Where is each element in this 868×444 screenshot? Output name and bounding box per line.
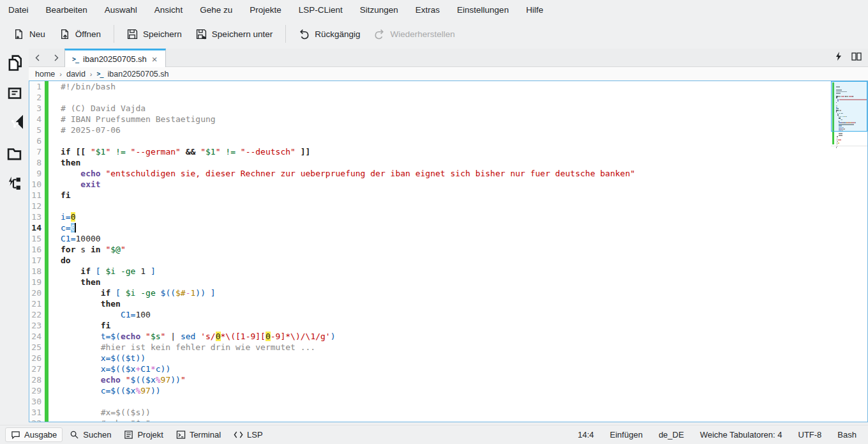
line-number[interactable]: 12 bbox=[29, 201, 41, 211]
code-line[interactable]: then bbox=[61, 298, 867, 309]
line-number[interactable]: 7 bbox=[29, 146, 41, 157]
code-line[interactable]: x=$(($x+C1*c)) bbox=[61, 364, 867, 374]
line-number[interactable]: 30 bbox=[29, 396, 41, 407]
encoding[interactable]: UTF-8 bbox=[798, 430, 822, 440]
line-number[interactable]: 20 bbox=[29, 287, 41, 298]
line-number[interactable]: 8 bbox=[29, 157, 41, 168]
statusbar-tool-projekt[interactable]: Projekt bbox=[118, 427, 168, 442]
line-number[interactable]: 9 bbox=[29, 168, 41, 179]
menu-item-lsp-client[interactable]: LSP-CLient bbox=[299, 5, 343, 15]
statusbar-tool-suchen[interactable]: Suchen bbox=[64, 427, 117, 442]
code-line[interactable]: if [[ "$1" != "--german" && "$1" != "--d… bbox=[61, 146, 867, 157]
dictionary[interactable]: de_DE bbox=[659, 430, 684, 440]
code-line[interactable]: #echo "$x" bbox=[61, 418, 867, 422]
tab-mode[interactable]: Weiche Tabulatoren: 4 bbox=[700, 430, 782, 440]
line-number[interactable]: 29 bbox=[29, 385, 41, 396]
line-number[interactable]: 21 bbox=[29, 298, 41, 309]
statusbar-tool-terminal[interactable]: Terminal bbox=[170, 427, 227, 442]
menu-item-gehe-zu[interactable]: Gehe zu bbox=[200, 5, 232, 15]
line-number[interactable]: 31 bbox=[29, 407, 41, 418]
code-line[interactable]: do bbox=[61, 255, 867, 266]
undo-button[interactable]: Rückgängig bbox=[292, 24, 367, 44]
code-line[interactable]: #hier ist kein fehler drin wie vermutet … bbox=[61, 342, 867, 353]
code-line[interactable]: fi bbox=[61, 190, 867, 201]
tab-iban20250705[interactable]: >_ iban20250705.sh × bbox=[64, 49, 166, 67]
code-editor[interactable]: 1234567891011121314151617181920212223242… bbox=[29, 80, 868, 422]
history-forward-button[interactable] bbox=[47, 49, 64, 66]
open-document-button[interactable]: Öffnen bbox=[52, 24, 108, 44]
code-line[interactable] bbox=[61, 396, 867, 407]
breadcrumb-item-david[interactable]: david bbox=[66, 70, 86, 79]
breadcrumb-file[interactable]: iban20250705.sh bbox=[108, 70, 169, 79]
symbols-list-icon[interactable] bbox=[6, 85, 23, 102]
syntax-mode[interactable]: Bash bbox=[837, 430, 857, 440]
menu-item-datei[interactable]: Datei bbox=[8, 5, 29, 15]
code-line[interactable]: c=$(($x%97)) bbox=[61, 385, 867, 396]
code-line[interactable]: exit bbox=[61, 179, 867, 190]
line-number[interactable]: 24 bbox=[29, 331, 41, 342]
code-line[interactable]: then bbox=[61, 277, 867, 287]
code-line[interactable]: if [ $i -ge 1 ] bbox=[61, 266, 867, 277]
menu-item-hilfe[interactable]: Hilfe bbox=[526, 5, 543, 15]
statusbar-tool-ausgabe[interactable]: Ausgabe bbox=[5, 427, 63, 442]
line-number[interactable]: 15 bbox=[29, 233, 41, 244]
line-number[interactable]: 5 bbox=[29, 125, 41, 135]
line-number[interactable]: 26 bbox=[29, 353, 41, 364]
menu-item-auswahl[interactable]: Auswahl bbox=[105, 5, 137, 15]
line-number[interactable]: 11 bbox=[29, 190, 41, 201]
line-number[interactable]: 2 bbox=[29, 92, 41, 103]
code-line[interactable]: C1=10000 bbox=[61, 233, 867, 244]
menu-item-projekte[interactable]: Projekte bbox=[250, 5, 281, 15]
line-number[interactable]: 16 bbox=[29, 244, 41, 255]
history-back-button[interactable] bbox=[29, 49, 47, 66]
line-number[interactable]: 32 bbox=[29, 418, 41, 422]
code-line[interactable] bbox=[61, 92, 867, 103]
code-line[interactable]: then bbox=[61, 157, 867, 168]
code-line[interactable]: #x=$(($s)) bbox=[61, 407, 867, 418]
code-line[interactable]: t=$(echo "$s" | sed 's/0*\([1-9][0-9]*\)… bbox=[61, 331, 867, 342]
external-tools-icon[interactable] bbox=[6, 175, 23, 192]
cursor-position[interactable]: 14:4 bbox=[578, 430, 594, 440]
line-number[interactable]: 13 bbox=[29, 211, 41, 222]
code-line[interactable] bbox=[61, 201, 867, 211]
documents-icon[interactable] bbox=[6, 55, 23, 72]
menu-item-bearbeiten[interactable]: Bearbeiten bbox=[46, 5, 87, 15]
split-view-icon[interactable] bbox=[851, 52, 862, 63]
line-number[interactable]: 1 bbox=[29, 81, 41, 92]
save-as-button[interactable]: Speichern unter bbox=[189, 24, 280, 44]
line-number[interactable]: 25 bbox=[29, 342, 41, 353]
line-number[interactable]: 14 bbox=[29, 222, 41, 233]
code-line[interactable] bbox=[61, 135, 867, 146]
line-number[interactable]: 22 bbox=[29, 309, 41, 320]
code-line[interactable]: x=$(($t)) bbox=[61, 353, 867, 364]
menu-item-ansicht[interactable]: Ansicht bbox=[154, 5, 183, 15]
line-number[interactable]: 3 bbox=[29, 103, 41, 114]
line-number[interactable]: 4 bbox=[29, 114, 41, 125]
redo-button[interactable]: Wiederherstellen bbox=[367, 24, 461, 44]
line-number[interactable]: 27 bbox=[29, 364, 41, 374]
code-text-area[interactable]: #!/bin/bash# (C) David Vajda# IBAN Pruef… bbox=[61, 81, 867, 422]
code-line[interactable]: c=0 bbox=[61, 222, 867, 233]
code-line[interactable]: fi bbox=[61, 320, 867, 331]
line-number[interactable]: 10 bbox=[29, 179, 41, 190]
line-number[interactable]: 18 bbox=[29, 266, 41, 277]
code-line[interactable]: for s in "$@" bbox=[61, 244, 867, 255]
breadcrumb-item-home[interactable]: home bbox=[35, 70, 55, 79]
code-line[interactable]: # 2025-07-06 bbox=[61, 125, 867, 135]
line-number[interactable]: 6 bbox=[29, 135, 41, 146]
statusbar-tool-lsp[interactable]: LSP bbox=[228, 427, 269, 442]
menu-item-sitzungen[interactable]: Sitzungen bbox=[360, 5, 398, 15]
code-line[interactable]: # (C) David Vajda bbox=[61, 103, 867, 114]
minimap-viewport[interactable] bbox=[831, 81, 867, 132]
new-document-button[interactable]: Neu bbox=[6, 24, 52, 44]
git-icon[interactable] bbox=[6, 115, 23, 132]
menu-item-einstellungen[interactable]: Einstellungen bbox=[457, 5, 509, 15]
menu-item-extras[interactable]: Extras bbox=[415, 5, 440, 15]
insert-mode[interactable]: Einfügen bbox=[610, 430, 643, 440]
line-number[interactable]: 28 bbox=[29, 374, 41, 385]
line-number[interactable]: 19 bbox=[29, 277, 41, 287]
code-line[interactable]: i=0 bbox=[61, 211, 867, 222]
code-line[interactable]: echo "$(($x%97))" bbox=[61, 374, 867, 385]
code-line[interactable]: C1=100 bbox=[61, 309, 867, 320]
code-line[interactable]: echo "entschuldigen sie, dieser Rechner … bbox=[61, 168, 867, 179]
